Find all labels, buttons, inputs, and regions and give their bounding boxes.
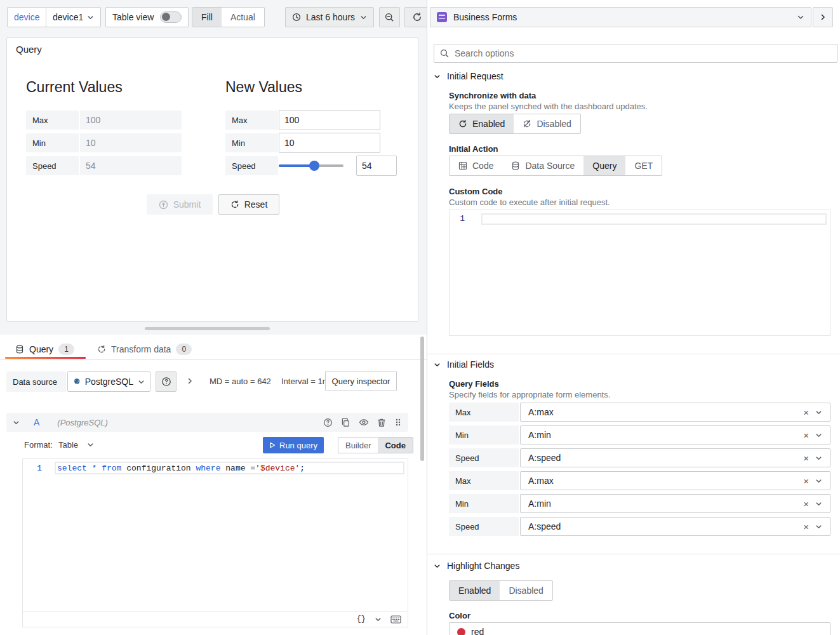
tab-query[interactable]: Query 1: [15, 344, 74, 355]
panel-resize-handle[interactable]: [145, 327, 270, 330]
clear-icon[interactable]: ×: [803, 521, 809, 532]
field-row-select[interactable]: A:max ×: [520, 403, 830, 422]
builder-option[interactable]: Builder: [338, 438, 378, 453]
field-row-select[interactable]: A:min ×: [520, 494, 830, 513]
chevron-down-icon: [815, 500, 822, 507]
left-region: device device1 Table view Fill Actual La…: [0, 0, 427, 635]
section-initial-request[interactable]: Initial Request: [434, 71, 503, 81]
variable-name-chip[interactable]: device: [7, 7, 46, 27]
business-forms-icon: [437, 12, 447, 22]
clock-icon: [292, 13, 301, 22]
speed-slider-thumb[interactable]: [309, 161, 319, 171]
zoom-out-button[interactable]: [379, 7, 400, 27]
datasource-picker[interactable]: PostgreSQL: [67, 371, 150, 392]
time-range-picker[interactable]: Last 6 hours: [285, 7, 374, 27]
line-number: 1: [455, 214, 465, 224]
custom-code-editor[interactable]: 1: [449, 210, 830, 336]
section-initial-fields[interactable]: Initial Fields: [434, 359, 494, 370]
color-select[interactable]: red: [449, 622, 830, 635]
collapse-pane-button[interactable]: [813, 7, 833, 27]
page: { "colors": { "accent_blue": "#3d71d9", …: [0, 0, 840, 635]
sync-enabled-option[interactable]: Enabled: [450, 114, 514, 133]
duplicate-icon[interactable]: [341, 418, 350, 427]
clear-icon[interactable]: ×: [803, 476, 809, 486]
chevron-down-icon: [815, 455, 822, 462]
sql-code-editor[interactable]: 1 select * from configuration where name…: [22, 458, 408, 612]
clear-icon[interactable]: ×: [803, 453, 809, 464]
chevron-down-icon[interactable]: [13, 419, 20, 426]
current-speed-value: [80, 156, 182, 175]
field-row-select[interactable]: A:speed ×: [520, 517, 830, 536]
drag-handle-icon[interactable]: [394, 418, 402, 427]
time-range-label: Last 6 hours: [306, 12, 355, 22]
braces-button[interactable]: {}: [357, 615, 366, 624]
action-datasource-option[interactable]: Data Source: [502, 156, 583, 175]
toggle-knob: [162, 13, 170, 21]
chevron-right-icon: [819, 13, 827, 21]
reset-button[interactable]: Reset: [218, 194, 279, 215]
sync-label: Synchronize with data: [449, 91, 536, 100]
line-number: 1: [32, 464, 42, 473]
chevron-right-icon[interactable]: [186, 377, 194, 385]
trash-icon[interactable]: [377, 418, 386, 427]
action-code-option[interactable]: Code: [450, 156, 502, 175]
actual-option[interactable]: Actual: [222, 8, 264, 27]
refresh-button[interactable]: [404, 7, 427, 27]
highlight-enabled-option[interactable]: Enabled: [450, 581, 500, 600]
field-row-select[interactable]: A:max ×: [520, 471, 830, 490]
panel-type-picker[interactable]: Business Forms: [430, 7, 811, 27]
submit-button[interactable]: Submit: [147, 194, 213, 215]
panel-title: Query: [16, 44, 42, 55]
new-max-input[interactable]: [279, 110, 380, 130]
zoom-out-icon: [385, 13, 394, 22]
query-row-header[interactable]: A (PostgreSQL): [6, 413, 408, 432]
chevron-down-icon: [797, 13, 804, 21]
speed-slider-track[interactable]: [279, 164, 343, 167]
action-get-option[interactable]: GET: [625, 156, 662, 175]
highlight-disabled-option[interactable]: Disabled: [500, 581, 552, 600]
field-row-select[interactable]: A:speed ×: [520, 448, 830, 467]
action-query-option[interactable]: Query: [583, 156, 625, 175]
sync-disabled-option[interactable]: Disabled: [514, 114, 580, 133]
field-row-label: Speed: [449, 448, 519, 467]
query-meta-interval: Interval = 1m: [281, 377, 330, 386]
toggle-pill[interactable]: [160, 11, 182, 23]
field-row-select[interactable]: A:min ×: [520, 425, 830, 444]
tab-transform-label: Transform data: [111, 344, 171, 354]
query-editor-section: Query 1 Transform data 0 Data source Pos…: [0, 335, 427, 635]
clear-icon[interactable]: ×: [803, 407, 809, 418]
new-speed-input[interactable]: [356, 156, 397, 176]
chevron-down-icon: [434, 563, 441, 570]
code-option[interactable]: Code: [378, 438, 413, 453]
help-icon[interactable]: [323, 418, 333, 427]
query-fields-label: Query Fields: [449, 379, 499, 389]
eye-icon[interactable]: [359, 417, 369, 427]
chevron-down-icon: [434, 361, 441, 368]
datasource-label: Data source: [6, 371, 66, 392]
keyboard-icon[interactable]: [390, 615, 401, 624]
table-view-toggle[interactable]: Table view: [105, 7, 189, 27]
query-inspector-button[interactable]: Query inspector: [325, 371, 397, 391]
clear-icon[interactable]: ×: [803, 430, 809, 441]
vertical-scrollbar[interactable]: [420, 337, 424, 461]
field-row-label: Max: [449, 403, 519, 422]
format-label: Format:: [24, 440, 53, 450]
search-icon: [440, 49, 449, 58]
new-min-input[interactable]: [279, 133, 380, 153]
format-select[interactable]: Table: [58, 440, 94, 450]
sync-slash-icon: [523, 119, 531, 128]
datasource-help-button[interactable]: [156, 371, 177, 392]
tab-query-label: Query: [29, 344, 53, 354]
submit-icon: [159, 200, 168, 210]
query-row-datasource: (PostgreSQL): [57, 418, 107, 427]
fill-option[interactable]: Fill: [192, 8, 222, 27]
section-highlight-changes[interactable]: Highlight Changes: [434, 561, 519, 571]
tab-transform-data[interactable]: Transform data 0: [97, 344, 192, 355]
variable-value-dropdown[interactable]: device1: [46, 7, 101, 27]
clear-icon[interactable]: ×: [803, 498, 809, 509]
chevron-down-icon[interactable]: [375, 616, 382, 623]
search-options-input[interactable]: [453, 48, 831, 59]
run-query-button[interactable]: Run query: [263, 437, 324, 453]
current-min-value: [80, 133, 182, 152]
fill-actual-group: Fill Actual: [192, 7, 265, 27]
